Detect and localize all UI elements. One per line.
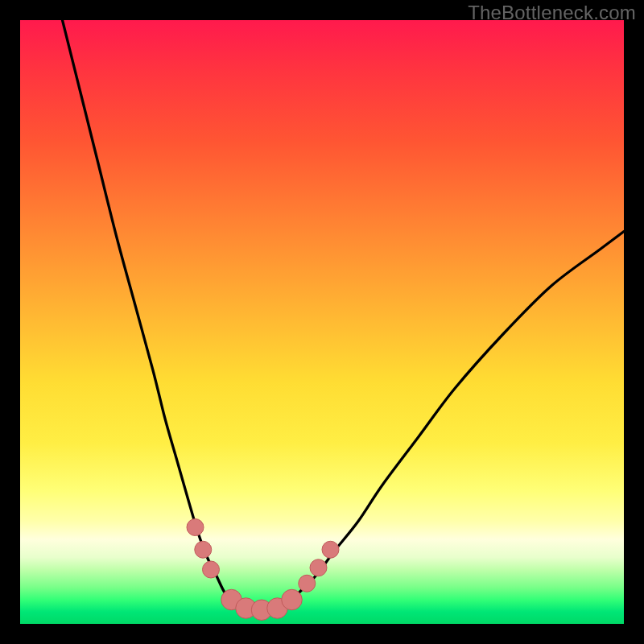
chart-frame: TheBottleneck.com [0,0,644,644]
chart-svg [20,20,624,624]
curve-layer [63,20,625,613]
left-marker-2 [195,541,212,558]
watermark-text: TheBottleneck.com [468,2,636,24]
valley-marker-5 [282,589,303,610]
left-curve [63,20,299,613]
left-marker-3 [203,561,220,578]
right-curve [225,232,624,613]
chart-plot-area [20,20,624,624]
left-marker-1 [187,519,204,536]
right-marker-2 [310,559,327,576]
right-marker-3 [322,541,339,558]
right-marker-1 [299,575,316,592]
marker-layer [187,519,339,621]
